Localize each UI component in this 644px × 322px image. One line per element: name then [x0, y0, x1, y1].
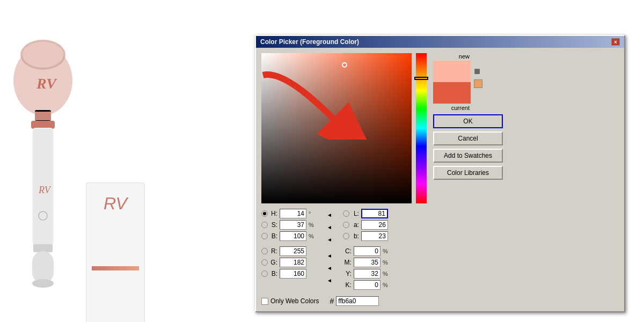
saturation-label: S:	[270, 221, 277, 229]
blue-row: B:	[261, 269, 316, 279]
web-colors-checkbox[interactable]	[261, 298, 268, 305]
b-row: b:	[343, 231, 390, 241]
dialog-titlebar: Color Picker (Foreground Color) ×	[256, 36, 624, 48]
3d-icon: ■	[474, 65, 482, 77]
svg-point-2	[23, 42, 63, 68]
svg-rect-5	[35, 112, 51, 120]
b-lab-label: b:	[352, 232, 359, 240]
add-to-swatches-button[interactable]: Add to Swatches	[433, 149, 503, 163]
r-arrow: ◄	[327, 251, 332, 261]
l-radio[interactable]	[343, 210, 349, 217]
g-arrow: ◄	[327, 263, 332, 274]
color-gradient-field[interactable]	[261, 53, 412, 203]
black-row: K: %	[343, 280, 390, 290]
l-row: L:	[343, 209, 390, 218]
saturation-input[interactable]	[280, 220, 306, 230]
button-group: OK Cancel Add to Swatches Color Librarie…	[433, 114, 503, 180]
svg-rect-12	[32, 251, 54, 283]
hue-slider-handle	[414, 77, 428, 80]
new-color-swatch	[433, 61, 471, 82]
hue-row: H: °	[261, 209, 316, 218]
hex-input[interactable]	[336, 296, 379, 306]
hsb-rgb-inputs: H: ° S: % B: % R:	[261, 209, 316, 279]
a-label: a:	[352, 221, 359, 229]
hex-row: #	[330, 296, 379, 306]
color-preview	[433, 61, 471, 104]
current-color-swatch	[433, 82, 471, 104]
cyan-input[interactable]	[354, 246, 380, 256]
cyan-label: C:	[343, 247, 352, 255]
ok-button[interactable]: OK	[433, 114, 503, 128]
green-input[interactable]	[280, 258, 306, 267]
bl-arrow: ◄	[327, 275, 332, 286]
svg-point-13	[32, 279, 54, 288]
new-label: new	[459, 53, 470, 60]
yellow-label: Y:	[343, 270, 352, 277]
saturation-row: S: %	[261, 220, 316, 230]
dialog-title: Color Picker (Foreground Color)	[260, 38, 359, 46]
cancel-button[interactable]: Cancel	[433, 131, 503, 145]
magenta-input[interactable]	[354, 258, 380, 267]
dialog-body: new current ■ OK	[256, 48, 624, 209]
black-unit: %	[383, 282, 390, 288]
l-label: L:	[352, 210, 359, 217]
black-label: K:	[343, 281, 352, 289]
green-label: G:	[270, 259, 277, 266]
b-lab-input[interactable]	[361, 231, 388, 241]
magenta-label: M:	[343, 259, 352, 266]
red-row: R:	[261, 246, 316, 256]
yellow-input[interactable]	[354, 269, 380, 279]
package-stripe	[92, 266, 139, 270]
lightstick-product: RV RV	[0, 21, 86, 301]
red-radio[interactable]	[261, 248, 268, 254]
red-label: R:	[270, 247, 277, 255]
middle-section: RV RV RedVelvet Official	[80, 0, 150, 322]
blue-radio[interactable]	[261, 270, 268, 277]
black-input[interactable]	[354, 280, 380, 290]
blue-input[interactable]	[280, 269, 306, 279]
a-row: a:	[343, 220, 390, 230]
a-radio[interactable]	[343, 222, 349, 228]
cyan-unit: %	[383, 248, 390, 254]
yellow-unit: %	[383, 270, 390, 277]
green-radio[interactable]	[261, 259, 268, 266]
saturation-unit: %	[309, 222, 316, 228]
brightness-label: B:	[270, 232, 277, 240]
hue-radio[interactable]	[261, 210, 268, 217]
s-arrow: ◄	[327, 222, 332, 233]
svg-text:RV: RV	[38, 185, 52, 195]
magenta-row: M: %	[343, 258, 390, 267]
brightness-radio[interactable]	[261, 233, 268, 239]
svg-rect-6	[31, 121, 55, 129]
package-box: RV RedVelvet Official	[86, 182, 145, 322]
yellow-row: Y: %	[343, 269, 390, 279]
current-label: current	[451, 105, 470, 111]
brightness-row: B: %	[261, 231, 316, 241]
lab-cmyk-inputs: L: a: b: C: % M	[343, 209, 390, 290]
web-colors-row: Only Web Colors	[261, 297, 319, 305]
b-arrow: ◄	[327, 235, 332, 245]
b-lab-radio[interactable]	[343, 233, 349, 239]
magenta-unit: %	[383, 259, 390, 266]
a-input[interactable]	[361, 220, 388, 230]
brightness-input[interactable]	[280, 231, 306, 241]
svg-text:RV: RV	[36, 75, 57, 92]
hue-slider[interactable]	[416, 53, 427, 203]
web-colors-label: Only Web Colors	[270, 297, 319, 305]
l-input[interactable]	[361, 209, 388, 218]
close-button[interactable]: ×	[611, 38, 620, 46]
red-input[interactable]	[280, 246, 306, 256]
hue-label: H:	[270, 210, 277, 217]
hue-input[interactable]	[280, 209, 306, 218]
color-libraries-button[interactable]: Color Libraries	[433, 166, 503, 180]
hue-unit: °	[309, 210, 316, 217]
color-swatch-icon	[474, 79, 482, 88]
cyan-row: C: %	[343, 246, 390, 256]
brightness-unit: %	[309, 233, 316, 239]
saturation-radio[interactable]	[261, 222, 268, 228]
svg-rect-11	[33, 244, 53, 252]
color-picker-dialog: Color Picker (Foreground Color) × new	[255, 35, 625, 312]
blue-label: B:	[270, 270, 277, 277]
hash-label: #	[330, 297, 334, 305]
green-row: G:	[261, 258, 316, 267]
